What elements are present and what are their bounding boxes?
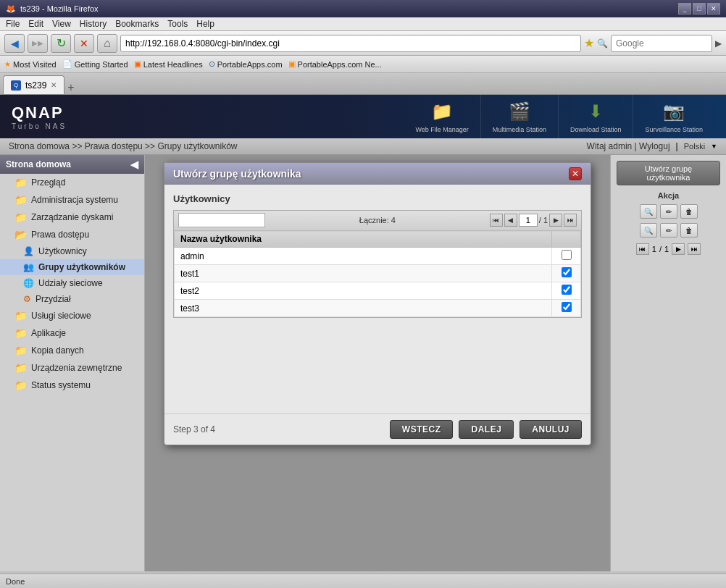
sidebar-item-przydział[interactable]: ⚙ Przydział <box>0 291 144 307</box>
refresh-button[interactable]: ↻ <box>51 34 71 53</box>
bookmark-most-visited[interactable]: ★ Most Visited <box>4 60 57 69</box>
user-name-cell: admin <box>175 248 552 265</box>
akcja-label: Akcja <box>617 191 720 200</box>
sidebar-item-uslugi[interactable]: 📁 Usługi sieciowe <box>0 307 144 324</box>
header-app-download[interactable]: ⬇ Download Station <box>558 94 633 140</box>
sidebar-item-grupy[interactable]: 👥 Grupy użytkowników <box>0 259 144 275</box>
edit-icon-button[interactable]: ✏ <box>660 204 677 219</box>
user-checkbox-test1[interactable] <box>562 267 572 277</box>
tab-close-icon[interactable]: ✕ <box>51 81 57 89</box>
address-bar[interactable] <box>120 35 581 52</box>
edit2-icon-button[interactable]: ✏ <box>660 223 677 238</box>
rp-last-page[interactable]: ⏭ <box>688 243 701 255</box>
user-check-cell <box>552 265 581 282</box>
sidebar-collapse-button[interactable]: ◀ <box>130 159 138 170</box>
view-icon-button[interactable]: 🔍 <box>640 204 657 219</box>
user-checkbox-test3[interactable] <box>562 302 572 312</box>
quota-icon: ⚙ <box>23 294 31 304</box>
header-app-webfile[interactable]: 📁 Web File Manager <box>404 94 480 140</box>
stop-button[interactable]: ✕ <box>74 34 94 53</box>
delete-icon-button[interactable]: 🗑 <box>680 204 698 219</box>
menu-help[interactable]: Help <box>196 19 214 29</box>
qnap-app-area: QNAP Turbo NAS 📁 Web File Manager 🎬 Mult… <box>0 95 726 571</box>
menu-history[interactable]: History <box>80 19 107 29</box>
menu-edit[interactable]: Edit <box>28 19 43 29</box>
folder-open-icon: 📂 <box>14 229 27 240</box>
sidebar-label-przydział: Przydział <box>36 294 71 304</box>
col-username: Nazwa użytkownika <box>175 231 552 248</box>
bookmark-portableapps-ne[interactable]: ▣ PortableApps.com Ne... <box>288 59 382 69</box>
sidebar-item-administracja[interactable]: 📁 Administracja systemu <box>0 191 144 209</box>
qnap-header: QNAP Turbo NAS 📁 Web File Manager 🎬 Mult… <box>0 95 726 138</box>
header-app-multimedia[interactable]: 🎬 Multimedia Station <box>480 94 558 140</box>
last-page-button[interactable]: ⏭ <box>564 214 577 227</box>
header-app-surveillance-label: Surveillance Station <box>645 126 703 134</box>
sidebar-item-zarzadzanie[interactable]: 📁 Zarządzanie dyskami <box>0 209 144 226</box>
sidebar-item-udzialy[interactable]: 🌐 Udziały sieciowe <box>0 275 144 291</box>
sidebar-label-uzytkownicy: Użytkownicy <box>38 246 87 256</box>
modal-header: Utwórz grupę użytkownika ✕ <box>164 163 591 185</box>
right-panel-pagination: ⏮ 1 / 1 ▶ ⏭ <box>617 243 720 255</box>
back-button[interactable]: ◀ <box>4 34 25 53</box>
new-tab-button[interactable]: + <box>67 81 74 94</box>
sidebar-item-prawa[interactable]: 📂 Prawa dostępu <box>0 226 144 243</box>
user-checkbox-test2[interactable] <box>562 285 572 295</box>
rp-current-page: 1 <box>652 245 656 253</box>
sidebar-label-uslugi: Usługi sieciowe <box>31 311 91 321</box>
next-page-button[interactable]: ▶ <box>549 214 562 227</box>
forward-button[interactable]: ▶▶ <box>28 34 48 53</box>
tab-label: ts239 <box>25 80 46 91</box>
back-button[interactable]: WSTECZ <box>390 420 454 439</box>
sidebar-item-aplikacje[interactable]: 📁 Aplikacje <box>0 324 144 342</box>
modal-close-button[interactable]: ✕ <box>569 167 582 180</box>
download-icon: ⬇ <box>584 100 607 123</box>
bookmark-latest-headlines[interactable]: ▣ Latest Headlines <box>134 59 203 69</box>
modal-spacer <box>173 318 582 405</box>
sidebar-item-kopia[interactable]: 📁 Kopia danych <box>0 342 144 359</box>
home-button[interactable]: ⌂ <box>97 34 117 53</box>
folder-icon: 📁 <box>14 379 27 391</box>
first-page-button[interactable]: ⏮ <box>490 214 503 227</box>
user-checkbox-admin[interactable] <box>562 250 572 260</box>
lang-dropdown-icon[interactable]: ▼ <box>711 143 717 150</box>
restore-button[interactable]: □ <box>693 3 706 14</box>
browser-toolbar: ◀ ▶▶ ↻ ✕ ⌂ ★ 🔍 ▶ <box>0 31 726 56</box>
qnap-tagline: Turbo NAS <box>12 122 67 130</box>
next-button[interactable]: DALEJ <box>459 420 514 439</box>
prev-page-button[interactable]: ◀ <box>504 214 517 227</box>
menu-tools[interactable]: Tools <box>167 19 188 29</box>
bookmark-star-icon[interactable]: ★ <box>584 36 594 50</box>
cancel-button[interactable]: ANULUJ <box>520 420 582 439</box>
search-go-icon[interactable]: ▶ <box>715 38 722 49</box>
current-page[interactable]: 1 <box>519 214 538 227</box>
bookmark-portableapps[interactable]: ⊙ PortableApps.com <box>209 59 283 69</box>
action-row-1: 🔍 ✏ 🗑 <box>617 204 720 219</box>
window-controls: _ □ ✕ <box>678 3 720 14</box>
sidebar-item-uzytkownicy[interactable]: 👤 Użytkownicy <box>0 243 144 259</box>
bookmark-getting-started[interactable]: 📄 Getting Started <box>62 59 128 69</box>
top-nav-right: Witaj admin | Wyloguj | Polski ▼ <box>587 141 717 151</box>
menu-bookmarks[interactable]: Bookmarks <box>115 19 159 29</box>
sidebar-item-przeglad[interactable]: 📁 Przegląd <box>0 174 144 191</box>
user-search-input[interactable] <box>178 213 265 227</box>
delete2-icon-button[interactable]: 🗑 <box>680 223 698 238</box>
modal-footer: Step 3 of 4 WSTECZ DALEJ ANULUJ <box>164 413 591 445</box>
rp-separator: / <box>659 245 662 253</box>
view2-icon-button[interactable]: 🔍 <box>640 223 657 238</box>
language-selector[interactable]: Polski <box>684 142 705 151</box>
menu-file[interactable]: File <box>6 19 20 29</box>
create-group-modal: Utwórz grupę użytkownika ✕ Użytkownicy Ł… <box>164 162 591 445</box>
rp-next-page[interactable]: ▶ <box>672 243 685 255</box>
close-button[interactable]: ✕ <box>707 3 720 14</box>
menu-view[interactable]: View <box>52 19 71 29</box>
sidebar-item-status[interactable]: 📁 Status systemu <box>0 377 144 394</box>
tab-ts239[interactable]: Q ts239 ✕ <box>3 75 64 94</box>
search-input[interactable] <box>611 35 712 52</box>
minimize-button[interactable]: _ <box>678 3 691 14</box>
create-group-button[interactable]: Utwórz grupę użytkownika <box>617 161 720 185</box>
sidebar-item-urzadzenia[interactable]: 📁 Urządzenia zewnętrzne <box>0 359 144 377</box>
rp-first-page[interactable]: ⏮ <box>636 243 649 255</box>
folder-icon: 📁 <box>14 194 27 206</box>
header-app-surveillance[interactable]: 📷 Surveillance Station <box>633 94 714 140</box>
col-check <box>552 231 581 248</box>
